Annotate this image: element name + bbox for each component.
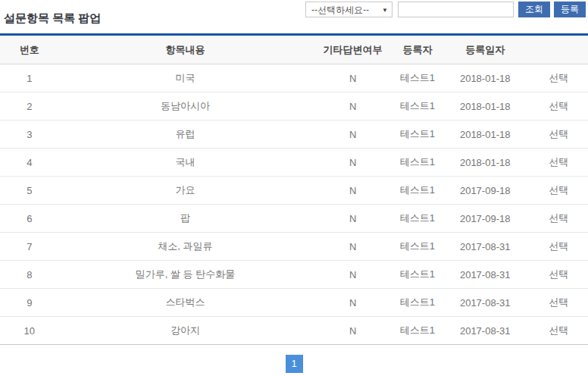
cell-action: 선택 (529, 92, 588, 121)
table-body: 1미국N테스트12018-01-18선택2동남아시아N테스트12018-01-1… (0, 64, 588, 345)
table-row: 3유럽N테스트12018-01-18선택 (0, 121, 588, 149)
row-select-link[interactable]: 선택 (549, 100, 568, 111)
cell-content: 미국 (59, 64, 312, 92)
cell-writer: 테스트1 (394, 177, 441, 205)
cell-writer: 테스트1 (394, 64, 441, 92)
cell-no: 7 (0, 233, 59, 261)
cell-reg-date: 2017-08-31 (441, 317, 529, 345)
survey-item-table: 번호 항목내용 기타답변여부 등록자 등록일자 1미국N테스트12018-01-… (0, 33, 588, 345)
table-row: 10강아지N테스트12017-08-31선택 (0, 317, 588, 345)
row-select-link[interactable]: 선택 (549, 184, 568, 196)
keyword-input[interactable] (398, 2, 514, 17)
pagination: 1 (0, 355, 588, 373)
row-select-link[interactable]: 선택 (549, 128, 568, 139)
cell-other-answer: N (311, 121, 394, 149)
page-title: 설문항목 목록 팝업 (4, 11, 101, 26)
header-no: 번호 (0, 35, 59, 64)
cell-writer: 테스트1 (394, 289, 441, 317)
header-other-answer: 기타답변여부 (311, 35, 394, 64)
cell-action: 선택 (529, 233, 588, 261)
cell-writer: 테스트1 (394, 92, 441, 121)
cell-content: 스타벅스 (59, 289, 312, 317)
row-select-link[interactable]: 선택 (549, 212, 568, 224)
cell-reg-date: 2017-08-31 (441, 289, 529, 317)
cell-no: 3 (0, 121, 59, 149)
table-head: 번호 항목내용 기타답변여부 등록자 등록일자 (0, 35, 588, 64)
cell-content: 채소, 과일류 (59, 233, 312, 261)
pagination-page-1[interactable]: 1 (286, 355, 303, 373)
cell-no: 2 (0, 92, 59, 121)
table-row: 1미국N테스트12018-01-18선택 (0, 64, 588, 92)
cell-no: 1 (0, 64, 59, 92)
cell-reg-date: 2017-08-31 (441, 233, 529, 261)
cell-other-answer: N (311, 261, 394, 289)
category-select[interactable]: --선택하세요-- (305, 2, 393, 17)
category-select-wrap: --선택하세요-- ▼ (305, 2, 393, 17)
cell-content: 가요 (59, 177, 312, 205)
top-bar: 설문항목 목록 팝업 --선택하세요-- ▼ 조회 등록 (0, 0, 588, 33)
cell-action: 선택 (529, 317, 588, 345)
cell-content: 팝 (59, 205, 312, 233)
cell-writer: 테스트1 (394, 261, 441, 289)
cell-reg-date: 2018-01-18 (441, 121, 529, 149)
cell-reg-date: 2017-09-18 (441, 205, 529, 233)
cell-reg-date: 2017-08-31 (441, 261, 529, 289)
row-select-link[interactable]: 선택 (549, 72, 568, 83)
cell-other-answer: N (311, 64, 394, 92)
cell-no: 9 (0, 289, 59, 317)
row-select-link[interactable]: 선택 (549, 240, 568, 252)
cell-other-answer: N (311, 205, 394, 233)
cell-action: 선택 (529, 205, 588, 233)
cell-no: 5 (0, 177, 59, 205)
table-row: 6팝N테스트12017-09-18선택 (0, 205, 588, 233)
cell-reg-date: 2018-01-18 (441, 92, 529, 121)
cell-no: 8 (0, 261, 59, 289)
cell-other-answer: N (311, 92, 394, 121)
cell-reg-date: 2018-01-18 (441, 64, 529, 92)
cell-no: 6 (0, 205, 59, 233)
cell-writer: 테스트1 (394, 233, 441, 261)
row-select-link[interactable]: 선택 (549, 296, 568, 308)
header-reg-date: 등록일자 (441, 35, 529, 64)
cell-reg-date: 2018-01-18 (441, 149, 529, 177)
search-button[interactable]: 조회 (518, 2, 550, 17)
table-row: 4국내N테스트12018-01-18선택 (0, 149, 588, 177)
cell-content: 동남아시아 (59, 92, 312, 121)
cell-no: 4 (0, 149, 59, 177)
cell-action: 선택 (529, 121, 588, 149)
cell-other-answer: N (311, 149, 394, 177)
cell-other-answer: N (311, 289, 394, 317)
cell-writer: 테스트1 (394, 205, 441, 233)
cell-action: 선택 (529, 149, 588, 177)
register-button[interactable]: 등록 (554, 2, 586, 17)
cell-action: 선택 (529, 177, 588, 205)
row-select-link[interactable]: 선택 (549, 268, 568, 280)
header-content: 항목내용 (59, 35, 312, 64)
cell-no: 10 (0, 317, 59, 345)
cell-other-answer: N (311, 317, 394, 345)
cell-writer: 테스트1 (394, 317, 441, 345)
header-action (529, 35, 588, 64)
row-select-link[interactable]: 선택 (549, 156, 568, 168)
table-row: 7채소, 과일류N테스트12017-08-31선택 (0, 233, 588, 261)
cell-content: 밀가루, 쌀 등 탄수화물 (59, 261, 312, 289)
cell-reg-date: 2017-09-18 (441, 177, 529, 205)
cell-content: 강아지 (59, 317, 312, 345)
cell-content: 국내 (59, 149, 312, 177)
cell-action: 선택 (529, 261, 588, 289)
cell-writer: 테스트1 (394, 121, 441, 149)
header-writer: 등록자 (394, 35, 441, 64)
row-select-link[interactable]: 선택 (549, 324, 568, 336)
cell-writer: 테스트1 (394, 149, 441, 177)
cell-content: 유럽 (59, 121, 312, 149)
header-row: 번호 항목내용 기타답변여부 등록자 등록일자 (0, 35, 588, 64)
search-controls: --선택하세요-- ▼ 조회 등록 (305, 2, 586, 17)
table-row: 5가요N테스트12017-09-18선택 (0, 177, 588, 205)
table-row: 8밀가루, 쌀 등 탄수화물N테스트12017-08-31선택 (0, 261, 588, 289)
table-row: 2동남아시아N테스트12018-01-18선택 (0, 92, 588, 121)
table-row: 9스타벅스N테스트12017-08-31선택 (0, 289, 588, 317)
cell-action: 선택 (529, 64, 588, 92)
cell-other-answer: N (311, 233, 394, 261)
cell-other-answer: N (311, 177, 394, 205)
cell-action: 선택 (529, 289, 588, 317)
